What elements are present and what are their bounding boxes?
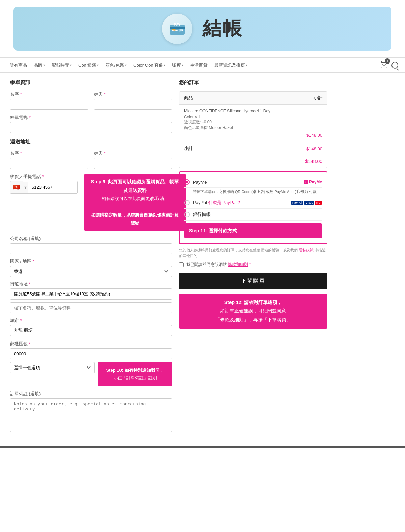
required-mark: * bbox=[20, 92, 22, 97]
nav-icons: 1 bbox=[380, 60, 398, 70]
callout-step10-title: Step 10: 如有特別通知我司， bbox=[103, 366, 167, 374]
required-mark: * bbox=[20, 151, 22, 156]
shipping-section: 運送地址 名字 * 姓氏 * bbox=[10, 138, 172, 432]
billing-last-name-label: 姓氏 * bbox=[94, 91, 172, 97]
nav-item-con-type[interactable]: Con 種類 ▾ bbox=[76, 61, 101, 70]
pay-icon: PAY bbox=[162, 14, 192, 44]
nav-item-arc[interactable]: 弧度 ▾ bbox=[169, 61, 186, 70]
col-subtotal: 小計 bbox=[314, 95, 322, 101]
billing-first-name-input[interactable] bbox=[10, 99, 88, 110]
order-notes-textarea[interactable] bbox=[10, 398, 172, 432]
billing-section-title: 帳單資訊 bbox=[10, 79, 172, 87]
terms-label: 我已閱讀並同意該網站 條款和細則 * bbox=[186, 262, 251, 268]
nav-item-daily-goods[interactable]: 生活百貨 bbox=[187, 61, 210, 70]
paypal-what[interactable]: 什麼是 PayPal？ bbox=[208, 200, 241, 205]
nav-bar: 所有商品 品牌 ▾ 配戴時間 ▾ Con 種類 ▾ 顏色/色系 ▾ Color … bbox=[0, 57, 405, 73]
shipping-first-name-input[interactable] bbox=[10, 158, 88, 169]
shipping-section-title: 運送地址 bbox=[10, 138, 172, 146]
billing-last-name-input[interactable] bbox=[94, 99, 172, 110]
submit-button[interactable]: 下單購買 bbox=[179, 273, 327, 289]
billing-email-group: 帳單電郵 * bbox=[10, 115, 172, 133]
order-item-name: Miacare CONFiDENCE Silicone Hydrogel 1 D… bbox=[184, 109, 322, 113]
chevron-down-icon: ▾ bbox=[43, 63, 45, 67]
country-select[interactable]: 香港 bbox=[10, 266, 172, 277]
nav-item-color[interactable]: 顏色/色系 ▾ bbox=[103, 61, 129, 70]
street-label: 街道地址 * bbox=[10, 281, 172, 287]
phone-label: 收貨人手提電話 * bbox=[10, 174, 78, 180]
chevron-down-icon: ▾ bbox=[97, 63, 99, 67]
required-mark: * bbox=[32, 259, 34, 264]
callout-step11-wrapper: Step 11: 選擇付款方式 bbox=[184, 223, 322, 238]
city-label: 城市 * bbox=[10, 318, 172, 324]
shipping-first-name-label: 名字 * bbox=[10, 150, 88, 156]
required-mark: * bbox=[20, 318, 22, 323]
callout-step11: Step 11: 選擇付款方式 bbox=[184, 223, 322, 238]
country-group: 國家 / 地區 * 香港 bbox=[10, 258, 172, 277]
nav-item-all-products[interactable]: 所有商品 bbox=[7, 61, 30, 70]
billing-email-input[interactable] bbox=[10, 122, 172, 133]
terms-link[interactable]: 條款和細則 bbox=[228, 262, 248, 267]
company-group: 公司名稱 (選填) bbox=[10, 236, 172, 254]
paypal-label: PayPal 什麼是 PayPal？ bbox=[193, 200, 288, 206]
paypal-radio[interactable] bbox=[184, 200, 190, 205]
header-banner: PAY 結帳 bbox=[14, 7, 392, 51]
postcode-input[interactable] bbox=[10, 348, 172, 359]
nav-item-news[interactable]: 最新資訊及推廣 ▾ bbox=[212, 61, 250, 70]
payme-radio[interactable] bbox=[184, 179, 190, 185]
nav-item-wearing-time[interactable]: 配戴時間 ▾ bbox=[49, 61, 74, 70]
billing-last-name-group: 姓氏 * bbox=[94, 91, 172, 110]
shipping-last-name-group: 姓氏 * bbox=[94, 150, 172, 169]
required-mark: * bbox=[104, 151, 106, 156]
bottom-bar bbox=[0, 446, 405, 448]
street-address2-input[interactable] bbox=[10, 302, 172, 313]
terms-checkbox[interactable] bbox=[179, 262, 184, 267]
payment-box: PayMe 🅿 PayMe 請按下單購買，之後掃瞄 QR Code (桌上版) … bbox=[179, 171, 327, 244]
callout-step10-sub: 可在「訂單備註」註明 bbox=[103, 374, 167, 382]
postcode-label: 郵遞區號 * bbox=[10, 341, 172, 347]
svg-text:PAY: PAY bbox=[174, 23, 181, 27]
callout-step9-sub: 如有錯誤可以在此頁面更改/取消。 bbox=[90, 195, 180, 202]
shipping-last-name-input[interactable] bbox=[94, 158, 172, 169]
company-input[interactable] bbox=[10, 243, 172, 254]
street-address2-group bbox=[10, 302, 172, 313]
cart-count: 1 bbox=[385, 58, 390, 64]
shipping-first-name-group: 名字 * bbox=[10, 150, 88, 169]
privacy-policy-link[interactable]: 隱私政策 bbox=[299, 248, 314, 252]
bank-label[interactable]: 銀行轉帳 bbox=[193, 211, 322, 218]
phone-group: 收貨人手提電話 * 🇭🇰 ▾ bbox=[10, 174, 78, 194]
order-table: 商品 小計 Miacare CONFiDENCE Silicone Hydrog… bbox=[179, 91, 327, 168]
order-notes-group: 訂單備註 (選填) bbox=[10, 391, 172, 432]
chevron-down-icon: ▾ bbox=[164, 63, 165, 67]
subtotal-value: $148.00 bbox=[306, 146, 322, 151]
order-subtotal-row: 小計 $148.00 bbox=[179, 142, 327, 155]
cart-button[interactable]: 1 bbox=[380, 60, 388, 70]
phone-dropdown[interactable]: ▾ bbox=[23, 182, 28, 193]
country-label: 國家 / 地區 * bbox=[10, 258, 172, 264]
billing-first-name-label: 名字 * bbox=[10, 91, 88, 97]
nav-item-brand[interactable]: 品牌 ▾ bbox=[31, 61, 48, 70]
order-item-color: Color × 1 bbox=[184, 115, 322, 119]
city-callout-row: 城市 * bbox=[10, 318, 172, 336]
city-input[interactable] bbox=[10, 325, 172, 336]
total-value: $148.00 bbox=[305, 159, 322, 164]
callout-step9-title: Step 9: 此頁面可以確認所選購貨品、帳單及運送資料 bbox=[90, 178, 180, 195]
order-item-price: $148.00 bbox=[184, 133, 322, 138]
search-icon[interactable] bbox=[392, 62, 398, 69]
payme-label[interactable]: PayMe bbox=[193, 180, 301, 185]
col-product: 商品 bbox=[184, 95, 193, 101]
required-mark: * bbox=[29, 341, 31, 346]
subtotal-label: 小計 bbox=[184, 146, 193, 152]
street-address-group: 街道地址 * bbox=[10, 281, 172, 300]
callout-step12: Step 12: 請核對訂單總額， 如訂單正確無誤，可細閱並同意 「條款及細則」… bbox=[179, 294, 327, 329]
street-address-input[interactable] bbox=[10, 288, 172, 300]
required-mark: * bbox=[29, 281, 31, 286]
payme-logo: 🅿 PayMe bbox=[304, 180, 322, 184]
bank-radio[interactable] bbox=[184, 212, 190, 217]
chevron-down-icon: ▾ bbox=[125, 63, 127, 67]
order-item-row: Miacare CONFiDENCE Silicone Hydrogel 1 D… bbox=[179, 105, 327, 142]
phone-input[interactable] bbox=[28, 182, 78, 193]
option-select[interactable]: 選擇一個選項... bbox=[10, 362, 94, 373]
callout-step9: Step 9: 此頁面可以確認所選購貨品、帳單及運送資料 如有錯誤可以在此頁面更… bbox=[84, 174, 186, 231]
page-title: 結帳 bbox=[202, 16, 243, 42]
nav-item-color-con[interactable]: Color Con 直促 ▾ bbox=[131, 61, 168, 70]
